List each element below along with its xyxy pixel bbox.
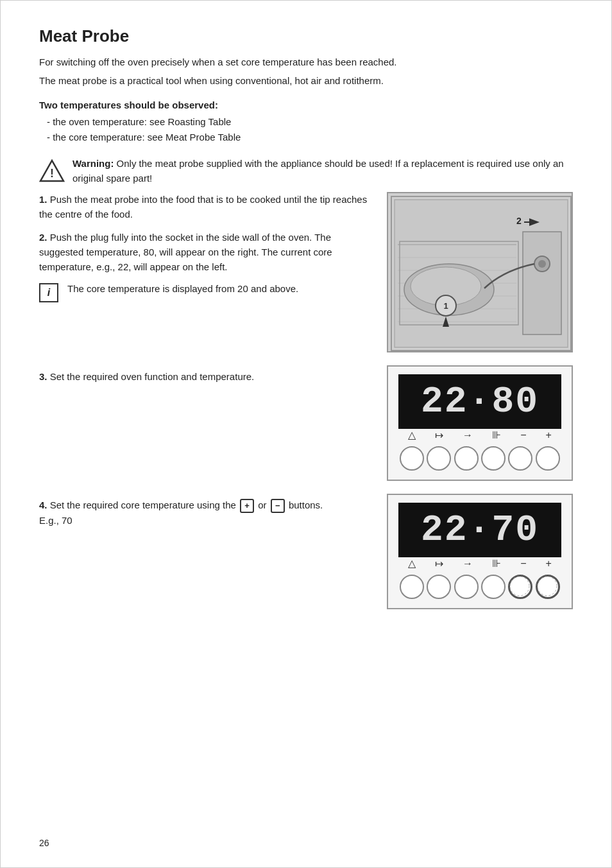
subheading: Two temperatures should be observed: <box>39 100 573 110</box>
oven-diagram-col: 1 2 <box>387 192 573 352</box>
display-panel-1: 22·80 △ ↦ → ⊪ − + <box>387 365 573 481</box>
step-1: 1. Push the meat probe into the food tha… <box>39 192 374 222</box>
icon-bars: ⊪ <box>492 429 501 441</box>
svg-rect-16 <box>523 232 561 334</box>
btn-1-4[interactable] <box>481 446 506 471</box>
icon-plus-2: + <box>546 558 552 569</box>
icon-bell-2: △ <box>408 557 416 569</box>
step-4-display-col: 22·70 △ ↦ → ⊪ − + <box>387 494 573 609</box>
icon-bell: △ <box>408 429 416 441</box>
oven-diagram: 1 2 <box>387 192 573 352</box>
icon-skip-start: ↦ <box>435 429 443 441</box>
icon-minus-2: − <box>520 558 526 569</box>
icon-skip-start-2: ↦ <box>435 557 443 569</box>
btn-1-6[interactable] <box>536 446 560 471</box>
display-2-icons: △ ↦ → ⊪ − + <box>398 557 561 569</box>
step-3-number: 3. <box>39 371 47 382</box>
page: Meat Probe For switching off the oven pr… <box>0 0 612 868</box>
svg-point-18 <box>538 260 546 268</box>
btn-2-2[interactable] <box>427 575 451 599</box>
icon-arrow-right-2: → <box>463 558 473 569</box>
step-1-text: Push the meat probe into the food that i… <box>39 194 367 220</box>
step-3-row: 3. Set the required oven function and te… <box>39 365 573 481</box>
plus-button-inline: + <box>240 499 254 513</box>
icon-plus: + <box>546 430 552 441</box>
icon-bars-2: ⊪ <box>492 557 501 569</box>
warning-box: ! Warning: Only the meat probe supplied … <box>39 157 573 186</box>
btn-1-1[interactable] <box>400 446 424 471</box>
display-1-icons: △ ↦ → ⊪ − + <box>398 429 561 441</box>
svg-point-23 <box>538 577 557 596</box>
intro-para-1: For switching off the oven precisely whe… <box>39 55 573 70</box>
step-4-text-prefix: Set the required core temperature using … <box>50 499 239 510</box>
step-3: 3. Set the required oven function and te… <box>39 369 374 384</box>
section-title: Meat Probe <box>39 26 573 46</box>
step-3-display-col: 22·80 △ ↦ → ⊪ − + <box>387 365 573 481</box>
svg-text:1: 1 <box>443 301 448 311</box>
step-4-buttons-label: buttons. <box>289 499 323 510</box>
step-4-row: 4. Set the required core temperature usi… <box>39 494 573 609</box>
step-4-or: or <box>258 499 269 510</box>
steps-1-2-text: 1. Push the meat probe into the food tha… <box>39 192 374 309</box>
svg-text:!: ! <box>50 167 54 180</box>
btn-1-2[interactable] <box>427 446 451 471</box>
step-4-text-col: 4. Set the required core temperature usi… <box>39 494 374 535</box>
display-1-buttons <box>398 446 561 471</box>
step-4: 4. Set the required core temperature usi… <box>39 498 374 528</box>
warning-icon: ! <box>39 158 64 182</box>
warning-text: Warning: Only the meat probe supplied wi… <box>72 157 573 186</box>
info-icon: i <box>39 283 58 302</box>
step-2-text: Push the plug fully into the socket in t… <box>39 232 332 273</box>
step-3-text-col: 3. Set the required oven function and te… <box>39 365 374 392</box>
bullet-1: - the oven temperature: see Roasting Tab… <box>47 114 573 130</box>
btn-1-5[interactable] <box>508 446 532 471</box>
minus-button-inline: − <box>271 499 285 513</box>
step-4-number: 4. <box>39 499 47 510</box>
display-1-value: 22·80 <box>398 374 561 429</box>
steps-1-2-section: 1. Push the meat probe into the food tha… <box>39 192 573 352</box>
svg-point-22 <box>510 577 529 596</box>
display-2-buttons <box>398 575 561 599</box>
bullet-2: - the core temperature: see Meat Probe T… <box>47 130 573 145</box>
step-2-number: 2. <box>39 232 47 243</box>
step-3-text: Set the required oven function and tempe… <box>50 371 255 382</box>
icon-arrow-right: → <box>463 430 473 441</box>
btn-2-5[interactable] <box>508 575 532 599</box>
btn-2-6[interactable] <box>536 575 560 599</box>
icon-minus: − <box>520 430 526 441</box>
info-text: The core temperature is displayed from 2… <box>67 282 298 297</box>
display-2-value: 22·70 <box>398 503 561 557</box>
intro-para-2: The meat probe is a practical tool when … <box>39 74 573 89</box>
btn-2-4[interactable] <box>481 575 506 599</box>
display-panel-2: 22·70 △ ↦ → ⊪ − + <box>387 494 573 609</box>
step-4-eg: E.g., 70 <box>39 515 72 526</box>
btn-1-3[interactable] <box>454 446 479 471</box>
step-1-number: 1. <box>39 194 47 205</box>
btn-2-1[interactable] <box>400 575 424 599</box>
btn-2-3[interactable] <box>454 575 479 599</box>
svg-text:2: 2 <box>516 216 522 226</box>
step-2: 2. Push the plug fully into the socket i… <box>39 230 374 275</box>
page-number: 26 <box>39 838 49 848</box>
info-box: i The core temperature is displayed from… <box>39 282 374 302</box>
